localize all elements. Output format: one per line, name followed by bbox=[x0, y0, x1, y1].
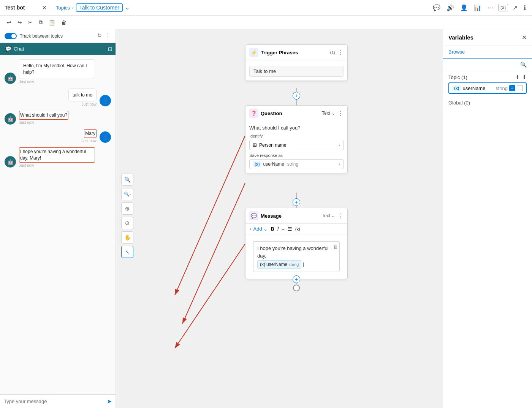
vp-checkbox[interactable] bbox=[517, 85, 523, 91]
svg-line-6 bbox=[175, 244, 245, 348]
tab-browse[interactable]: Browse bbox=[448, 46, 465, 59]
message-type-tag[interactable]: Text ⌄ bbox=[322, 213, 335, 218]
msg-col-1: Hello, I'm MyTestbot. How can I help? Ju… bbox=[19, 59, 95, 84]
more-icon[interactable]: ⋮ bbox=[105, 32, 111, 40]
download-icon[interactable]: ⬇ bbox=[522, 74, 527, 80]
export-icon[interactable]: ↗ bbox=[511, 3, 519, 12]
user-icon[interactable]: 👤 bbox=[459, 3, 469, 12]
pointer-button[interactable]: ↖ bbox=[121, 246, 133, 258]
hand-button[interactable]: ✋ bbox=[121, 231, 133, 244]
fit-button[interactable]: ⊕ bbox=[121, 202, 133, 215]
vp-global-title: Global (0) bbox=[448, 100, 470, 106]
bot-avatar-2: 🤖 bbox=[5, 113, 16, 125]
vp-title: Variables bbox=[448, 34, 473, 41]
user-message-2: 👤 Mary Just now bbox=[5, 129, 111, 143]
chart-icon[interactable]: 📊 bbox=[472, 3, 483, 12]
vp-var-name: userName bbox=[462, 85, 494, 91]
expand-icon[interactable]: ⊡ bbox=[108, 46, 112, 52]
plus-btn-1[interactable]: + bbox=[293, 92, 300, 100]
save-var-name: userName bbox=[263, 161, 284, 167]
main-layout: Track between topics ↻ ⋮ 💬 Chat ⊡ 🤖 bbox=[0, 29, 532, 408]
inline-var-name: userName bbox=[266, 261, 287, 268]
msg-time-1: Just now bbox=[19, 80, 95, 84]
target-button[interactable]: ⊙ bbox=[121, 217, 133, 229]
bot-message-3: 🤖 I hope you're having a wonderful day, … bbox=[5, 147, 111, 168]
cut-button[interactable]: ✂ bbox=[26, 18, 35, 27]
zoom-in-button[interactable]: 🔍 bbox=[121, 174, 133, 186]
message-node-menu-icon[interactable]: ⋮ bbox=[337, 212, 344, 220]
breadcrumb-separator: › bbox=[72, 5, 74, 10]
identify-row-label: Person name bbox=[259, 142, 336, 148]
inline-var-badge: (x) bbox=[260, 261, 265, 268]
svg-line-4 bbox=[175, 136, 245, 295]
send-button[interactable]: ➤ bbox=[107, 398, 112, 405]
bot-message-1: 🤖 Hello, I'm MyTestbot. How can I help? … bbox=[5, 59, 111, 84]
vp-checkbox-checked[interactable]: ✓ bbox=[509, 85, 515, 91]
italic-icon[interactable]: I bbox=[277, 226, 279, 232]
bold-icon[interactable]: B bbox=[271, 226, 274, 232]
identify-row[interactable]: ⊞ Person name › bbox=[249, 140, 344, 150]
message-content[interactable]: 🗑 I hope you're having a wonderful day, … bbox=[253, 241, 340, 272]
save-row[interactable]: (x) userName string › bbox=[249, 159, 344, 169]
bot-bubble-1: Hello, I'm MyTestbot. How can I help? bbox=[19, 59, 95, 79]
vp-topic-section: Topic (1) ⬆ ⬇ (x) userName string ✓ bbox=[443, 71, 532, 97]
question-node-header: ❓ Question Text ⌄ ⋮ bbox=[245, 106, 347, 121]
message-node-body: 🗑 I hope you're having a wonderful day, … bbox=[245, 234, 347, 279]
msg-col-user-1: talk to me Just now bbox=[68, 89, 97, 107]
message-delete-icon[interactable]: 🗑 bbox=[333, 243, 338, 251]
track-toggle[interactable] bbox=[5, 33, 17, 39]
question-node-menu-icon[interactable]: ⋮ bbox=[337, 110, 344, 117]
chat-panel: Track between topics ↻ ⋮ 💬 Chat ⊡ 🤖 bbox=[0, 29, 116, 408]
bot-avatar-1: 🤖 bbox=[5, 73, 16, 84]
identify-icon: ⊞ bbox=[253, 142, 257, 148]
zoom-out-button[interactable]: 🔍- bbox=[121, 188, 133, 200]
close-icon[interactable]: ✕ bbox=[42, 4, 47, 11]
bot-bubble-2: What should I call you? bbox=[19, 111, 68, 120]
message-text-line1: I hope you're having a wonderful day, bbox=[257, 245, 336, 259]
redo-button[interactable]: ↪ bbox=[15, 18, 24, 27]
refresh-icon[interactable]: ↻ bbox=[97, 32, 102, 40]
plus-btn-2[interactable]: + bbox=[293, 198, 300, 206]
user-avatar-1: 👤 bbox=[100, 95, 111, 106]
user-message-1: 👤 talk to me Just now bbox=[5, 89, 111, 107]
breadcrumb-topics[interactable]: Topics bbox=[56, 5, 70, 11]
var-insert-icon[interactable]: {x} bbox=[295, 227, 300, 231]
bot-avatar-3: 🤖 bbox=[5, 156, 16, 168]
user-bubble-2: Mary bbox=[84, 129, 97, 138]
undo-button[interactable]: ↩ bbox=[5, 18, 14, 27]
canvas-toolbar-vertical: 🔍 🔍- ⊕ ⊙ ✋ ↖ bbox=[121, 174, 133, 258]
trigger-node-menu-icon[interactable]: ⋮ bbox=[337, 49, 344, 56]
vp-search-icon[interactable]: 🔍 bbox=[520, 62, 527, 68]
list-icon[interactable]: ☰ bbox=[288, 226, 292, 232]
copy-button[interactable]: ⧉ bbox=[36, 17, 45, 27]
plus-btn-3[interactable]: + bbox=[293, 275, 300, 283]
align-icon[interactable]: ≡ bbox=[282, 226, 285, 232]
breadcrumb-current: Talk to Customer bbox=[76, 3, 123, 12]
msg-time-2: Just now bbox=[19, 120, 68, 125]
info-icon[interactable]: ℹ bbox=[522, 3, 527, 12]
identify-row-chevron-icon: › bbox=[339, 142, 340, 148]
paste-button[interactable]: 📋 bbox=[46, 18, 57, 27]
msg-time-3: Just now bbox=[19, 163, 95, 168]
vp-global-section: Global (0) bbox=[443, 97, 532, 109]
chat-tab[interactable]: 💬 Chat bbox=[0, 43, 29, 55]
app-title-bar: Test bot ✕ Topics › Talk to Customer ⌄ 💬… bbox=[0, 0, 532, 16]
chat-input[interactable] bbox=[4, 399, 104, 404]
sound-icon[interactable]: 🔊 bbox=[445, 3, 456, 12]
upload-icon[interactable]: ⬆ bbox=[515, 74, 520, 80]
save-var-badge: (x) bbox=[253, 161, 261, 167]
delete-button[interactable]: 🗑 bbox=[59, 18, 69, 27]
msg-time-user-1: Just now bbox=[82, 102, 97, 106]
end-circle bbox=[293, 285, 300, 291]
more-icon[interactable]: ⋯ bbox=[486, 3, 495, 12]
var-icon[interactable]: (x) bbox=[498, 4, 508, 11]
message-var-inline[interactable]: (x) userName string bbox=[257, 260, 301, 269]
vp-var-type: string bbox=[496, 85, 508, 91]
question-type-tag[interactable]: Text ⌄ bbox=[322, 111, 335, 116]
add-button[interactable]: + Add ⌄ bbox=[249, 226, 268, 232]
breadcrumb-chevron-icon[interactable]: ⌄ bbox=[125, 5, 130, 11]
chat-icon[interactable]: 💬 bbox=[431, 3, 442, 12]
vp-close-button[interactable]: ✕ bbox=[522, 34, 527, 41]
message-node-toolbar: + Add ⌄ B I ≡ ☰ {x} bbox=[245, 224, 347, 234]
message-node-title: Message bbox=[261, 213, 320, 219]
